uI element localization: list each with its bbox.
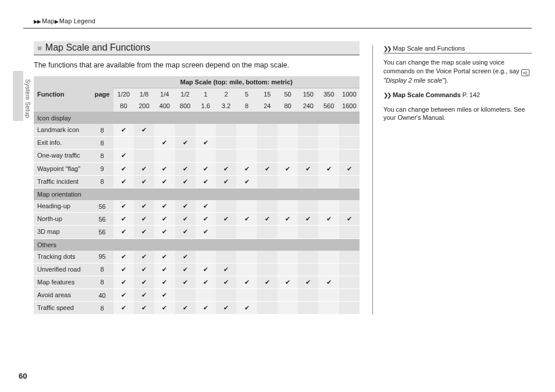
scale-cell: ✔ xyxy=(154,162,175,175)
scale-cell: ✔ xyxy=(216,263,236,276)
scale-mile: 150 xyxy=(298,88,318,101)
scale-cell: ✔ xyxy=(175,276,195,288)
scale-cell: ✔ xyxy=(113,124,134,137)
page-ref: 95 xyxy=(91,251,113,263)
scale-cell xyxy=(339,302,360,315)
check-icon: ✔ xyxy=(244,165,250,172)
scale-cell: ✔ xyxy=(175,213,195,226)
check-icon: ✔ xyxy=(203,215,208,222)
scale-cell xyxy=(318,226,339,238)
check-icon: ✔ xyxy=(141,228,147,235)
scale-cell xyxy=(216,251,236,263)
scale-cell: ✔ xyxy=(134,175,154,188)
scale-cell: ✔ xyxy=(257,213,278,226)
aside-crossref: ❯❯Map Scale Commands P. 142 xyxy=(383,91,532,99)
scale-cell xyxy=(278,263,298,276)
function-name: Unverified road xyxy=(34,263,91,276)
scale-cell xyxy=(298,149,318,162)
scale-metric: 560 xyxy=(318,100,339,112)
check-icon: ✔ xyxy=(203,178,208,185)
scale-cell: ✔ xyxy=(257,276,278,288)
check-icon: ✔ xyxy=(121,215,126,222)
check-icon: ✔ xyxy=(162,279,167,286)
scale-metric: 200 xyxy=(134,100,154,112)
table-row: One-way traffic8✔ xyxy=(34,149,360,162)
scale-cell: ✔ xyxy=(236,302,257,315)
table-row: Exit info.8✔✔✔ xyxy=(34,137,360,149)
scale-cell: ✔ xyxy=(113,276,134,288)
scale-mile: 50 xyxy=(278,88,298,101)
scale-cell xyxy=(298,175,318,188)
aside-voice-example: "Display 2 mile scale" xyxy=(383,77,444,84)
table-row: Unverified road8✔✔✔✔✔✔ xyxy=(34,263,360,276)
check-icon: ✔ xyxy=(162,202,167,209)
scale-metric: 8 xyxy=(236,100,257,112)
scale-mile: 1/2 xyxy=(175,88,195,101)
scale-cell: ✔ xyxy=(175,175,195,188)
scale-cell xyxy=(257,226,278,238)
check-icon: ✔ xyxy=(141,291,147,298)
scale-cell xyxy=(339,137,360,149)
check-icon: ✔ xyxy=(265,215,270,222)
scale-cell xyxy=(236,251,257,263)
scale-cell: ✔ xyxy=(195,162,216,175)
scale-cell xyxy=(195,124,216,137)
check-icon: ✔ xyxy=(203,266,208,273)
scale-cell: ✔ xyxy=(113,213,134,226)
scale-cell: ✔ xyxy=(195,175,216,188)
breadcrumb-icon: ▶ xyxy=(55,19,58,24)
check-icon: ✔ xyxy=(183,228,188,235)
page-ref: 8 xyxy=(91,124,113,137)
scale-metric: 1.6 xyxy=(195,100,216,112)
scale-cell xyxy=(257,302,278,315)
scale-span-header: Map Scale (top: mile, bottom: metric) xyxy=(113,76,360,88)
function-name: Waypoint "flag" xyxy=(34,162,91,175)
crossref-page-prefix: P. xyxy=(462,91,469,98)
scale-cell: ✔ xyxy=(318,162,339,175)
scale-cell: ✔ xyxy=(134,124,154,137)
scale-cell xyxy=(175,149,195,162)
scale-cell: ✔ xyxy=(278,276,298,288)
table-row: Tracking dots95✔✔✔✔ xyxy=(34,251,360,263)
scale-cell xyxy=(318,124,339,137)
table-row: Traffic incident8✔✔✔✔✔✔✔ xyxy=(34,175,360,188)
scale-cell xyxy=(216,226,236,238)
scale-cell xyxy=(236,263,257,276)
check-icon: ✔ xyxy=(223,215,229,222)
page-ref: 8 xyxy=(91,276,113,288)
check-icon: ✔ xyxy=(326,165,332,172)
scale-cell xyxy=(216,137,236,149)
scale-cell xyxy=(278,137,298,149)
check-icon: ✔ xyxy=(141,304,147,311)
scale-cell: ✔ xyxy=(154,200,175,213)
aside-title: ❯❯Map Scale and Functions xyxy=(383,45,532,52)
scale-cell: ✔ xyxy=(339,213,360,226)
scale-cell xyxy=(318,302,339,315)
scale-cell xyxy=(318,289,339,302)
scale-metric: 400 xyxy=(154,100,175,112)
scale-cell xyxy=(278,200,298,213)
aside-title-text: Map Scale and Functions xyxy=(393,45,465,52)
check-icon: ✔ xyxy=(162,178,167,185)
scale-cell: ✔ xyxy=(175,302,195,315)
check-icon: ✔ xyxy=(305,279,311,286)
scale-cell: ✔ xyxy=(216,213,236,226)
scale-cell xyxy=(195,251,216,263)
scale-mile: 1 xyxy=(195,88,216,101)
section-title: Map Scale and Functions xyxy=(45,42,151,53)
check-icon: ✔ xyxy=(183,178,188,185)
scale-cell xyxy=(298,263,318,276)
side-section-label: System Setup xyxy=(24,79,31,118)
check-icon: ✔ xyxy=(162,228,167,235)
scale-cell: ✔ xyxy=(134,276,154,288)
scale-cell xyxy=(339,226,360,238)
header-rule xyxy=(23,28,532,28)
function-name: Avoid areas xyxy=(34,289,91,302)
page-ref: 8 xyxy=(91,149,113,162)
check-icon: ✔ xyxy=(162,139,167,146)
scale-cell xyxy=(298,251,318,263)
scale-cell: ✔ xyxy=(339,162,360,175)
aside-paragraph-2: You can change between miles or kilomete… xyxy=(383,105,532,123)
scale-cell: ✔ xyxy=(113,302,134,315)
scale-cell xyxy=(318,137,339,149)
